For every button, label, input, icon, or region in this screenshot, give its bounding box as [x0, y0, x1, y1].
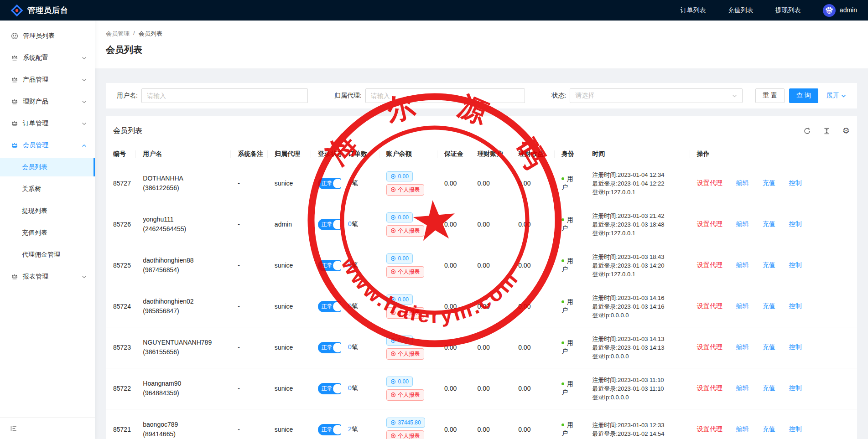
set-agent-link[interactable]: 设置代理: [697, 302, 722, 310]
recharge-link[interactable]: 充值: [763, 425, 775, 434]
sidebar-subitem-member-list[interactable]: 会员列表: [0, 158, 95, 176]
personal-report-badge[interactable]: 个人报表: [386, 307, 424, 319]
recharge-link[interactable]: 充值: [763, 179, 775, 187]
member-account-id: (386122656): [143, 183, 223, 193]
personal-report-badge[interactable]: 个人报表: [386, 348, 424, 360]
sidebar-menu: 管理员列表系统配置产品管理理财产品订单管理会员管理会员列表关系树提现列表充值列表…: [0, 27, 95, 286]
recharge-link[interactable]: 充值: [763, 220, 775, 228]
set-agent-link[interactable]: 设置代理: [697, 425, 722, 434]
set-agent-link[interactable]: 设置代理: [697, 179, 722, 187]
edit-link[interactable]: 编辑: [736, 425, 749, 434]
edit-link[interactable]: 编辑: [736, 261, 749, 269]
status-on-label: 正常: [322, 180, 333, 187]
breadcrumb: 会员管理 / 会员列表: [106, 30, 857, 38]
app-logo[interactable]: 管理员后台: [11, 5, 68, 16]
set-agent-link[interactable]: 设置代理: [697, 220, 722, 228]
control-link[interactable]: 控制: [789, 384, 802, 393]
login-status-toggle[interactable]: 正常: [318, 383, 341, 394]
recharge-link[interactable]: 充值: [763, 343, 775, 351]
sidebar-subitem-recharge-list[interactable]: 充值列表: [0, 224, 95, 242]
sidebar-item-system-config[interactable]: 系统配置: [0, 49, 95, 67]
set-agent-link[interactable]: 设置代理: [697, 261, 722, 269]
menu-collapse-icon[interactable]: [10, 425, 17, 432]
login-status-toggle[interactable]: 正常: [318, 342, 341, 353]
control-link[interactable]: 控制: [789, 302, 802, 310]
balance-badge[interactable]: 37445.80: [386, 418, 425, 428]
system-remark: -: [238, 344, 240, 351]
balance-badge[interactable]: 0.00: [386, 336, 413, 346]
sidebar-item-report-mgmt[interactable]: 报表管理: [0, 268, 95, 286]
last-login-time: 最近登录:2023-01-03 11:10: [592, 384, 682, 393]
login-status-toggle[interactable]: 正常: [318, 178, 341, 189]
eye-icon: [390, 187, 396, 192]
refresh-icon[interactable]: [803, 127, 811, 135]
recharge-link[interactable]: 充值: [763, 261, 775, 269]
edit-link[interactable]: 编辑: [736, 343, 749, 351]
reset-button[interactable]: 重 置: [755, 88, 785, 103]
table-title: 会员列表: [113, 126, 142, 136]
username-input[interactable]: [141, 88, 308, 103]
set-agent-link[interactable]: 设置代理: [697, 343, 722, 351]
sidebar-item-label: 理财产品: [23, 98, 48, 106]
control-link[interactable]: 控制: [789, 425, 802, 434]
login-status-toggle[interactable]: 正常: [318, 424, 341, 435]
login-status-toggle[interactable]: 正常: [318, 260, 341, 271]
personal-report-badge[interactable]: 个人报表: [386, 225, 424, 237]
edit-link[interactable]: 编辑: [736, 220, 749, 228]
sidebar-item-member-mgmt[interactable]: 会员管理: [0, 136, 95, 155]
login-status-toggle[interactable]: 正常: [318, 301, 341, 312]
control-link[interactable]: 控制: [789, 179, 802, 187]
table-card-header: 会员列表 ⚙: [106, 116, 857, 145]
balance-badge[interactable]: 0.00: [386, 377, 413, 387]
personal-report-badge[interactable]: 个人报表: [386, 266, 424, 278]
set-agent-link[interactable]: 设置代理: [697, 384, 722, 393]
member-id: 85724: [113, 303, 131, 310]
sidebar-item-admin-list[interactable]: 管理员列表: [0, 27, 95, 45]
personal-report-badge[interactable]: 个人报表: [386, 184, 424, 196]
sidebar-item-product-mgmt[interactable]: 产品管理: [0, 71, 95, 89]
nav-link-withdrawals[interactable]: 提现列表: [775, 6, 801, 15]
eye-icon: [390, 338, 396, 343]
recharge-link[interactable]: 充值: [763, 384, 775, 393]
order-unit: 笔: [352, 261, 358, 269]
breadcrumb-parent[interactable]: 会员管理: [106, 30, 130, 38]
query-button[interactable]: 查 询: [789, 88, 818, 103]
nav-link-orders[interactable]: 订单列表: [681, 6, 706, 15]
balance-badge[interactable]: 0.00: [386, 212, 413, 222]
personal-report-badge[interactable]: 个人报表: [386, 389, 424, 401]
edit-link[interactable]: 编辑: [736, 302, 749, 310]
chevron-down-icon: [82, 56, 87, 61]
edit-link[interactable]: 编辑: [736, 179, 749, 187]
sidebar-item-label: 管理员列表: [23, 32, 55, 40]
nav-link-recharges[interactable]: 充值列表: [728, 6, 754, 15]
control-link[interactable]: 控制: [789, 343, 802, 351]
density-icon[interactable]: [823, 127, 831, 135]
agent-input[interactable]: [365, 88, 525, 103]
col-finance-account: 理财账户: [470, 145, 511, 163]
order-unit: 笔: [352, 343, 358, 351]
control-link[interactable]: 控制: [789, 220, 802, 228]
status-select[interactable]: 请选择: [570, 88, 743, 103]
sidebar-item-order-mgmt[interactable]: 订单管理: [0, 114, 95, 133]
balance-badge[interactable]: 0.00: [386, 253, 413, 263]
member-account-id: (24624564455): [143, 224, 223, 234]
balance-badge[interactable]: 0.00: [386, 294, 413, 305]
report-label: 个人报表: [398, 186, 420, 194]
personal-report-badge[interactable]: 个人报表: [386, 430, 424, 439]
control-link[interactable]: 控制: [789, 261, 802, 269]
sidebar-item-finance-products[interactable]: 理财产品: [0, 93, 95, 111]
expand-toggle[interactable]: 展开: [826, 92, 846, 100]
user-menu[interactable]: du admin: [823, 4, 857, 17]
sidebar-subitem-withdraw-list[interactable]: 提现列表: [0, 202, 95, 220]
sidebar-subitem-agent-commission[interactable]: 代理佣金管理: [0, 246, 95, 264]
edit-link[interactable]: 编辑: [736, 384, 749, 393]
login-status-toggle[interactable]: 正常: [318, 219, 341, 230]
login-ip: 登录Ip:0.0.0.0: [592, 311, 682, 320]
settings-gear-icon[interactable]: ⚙: [842, 127, 850, 135]
smile-icon: [11, 32, 18, 40]
order-count: 0: [348, 302, 352, 310]
balance-badge[interactable]: 0.00: [386, 171, 413, 181]
sidebar-subitem-relation-tree[interactable]: 关系树: [0, 180, 95, 198]
col-identity: 身份: [554, 145, 585, 163]
recharge-link[interactable]: 充值: [763, 302, 775, 310]
